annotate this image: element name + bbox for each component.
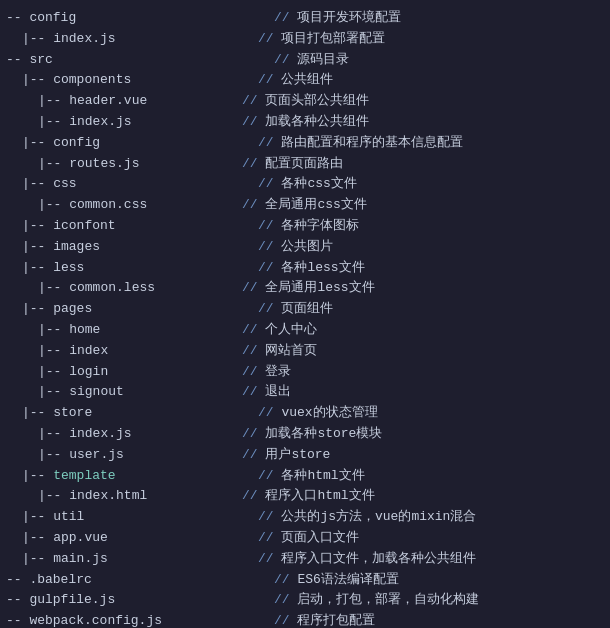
comment-text: // 用户store: [234, 445, 330, 466]
comment-text: // 程序打包配置: [266, 611, 375, 628]
list-item: |-- less// 各种less文件: [6, 258, 604, 279]
list-item: |-- iconfont// 各种字体图标: [6, 216, 604, 237]
tree-entry: |-- css: [6, 174, 250, 195]
list-item: |-- home// 个人中心: [6, 320, 604, 341]
tree-entry: |-- config: [6, 133, 250, 154]
tree-entry: |-- index: [6, 341, 234, 362]
list-item: |-- index.js// 加载各种公共组件: [6, 112, 604, 133]
tree-entry: |-- pages: [6, 299, 250, 320]
tree-entry: |-- user.js: [6, 445, 234, 466]
tree-entry: -- .babelrc: [6, 570, 266, 591]
comment-text: // 页面头部公共组件: [234, 91, 369, 112]
comment-text: // 各种less文件: [250, 258, 365, 279]
comment-text: // 公共组件: [250, 70, 333, 91]
list-item: |-- routes.js// 配置页面路由: [6, 154, 604, 175]
list-item: |-- config// 路由配置和程序的基本信息配置: [6, 133, 604, 154]
comment-text: // 公共图片: [250, 237, 333, 258]
tree-entry: |-- common.css: [6, 195, 234, 216]
comment-text: // 配置页面路由: [234, 154, 343, 175]
list-item: |-- login// 登录: [6, 362, 604, 383]
comment-text: // 项目开发环境配置: [266, 8, 401, 29]
tree-entry: |-- iconfont: [6, 216, 250, 237]
tree-entry: |-- main.js: [6, 549, 250, 570]
tree-entry: |-- less: [6, 258, 250, 279]
list-item: |-- util// 公共的js方法，vue的mixin混合: [6, 507, 604, 528]
comment-text: // 加载各种store模块: [234, 424, 382, 445]
comment-text: // 页面入口文件: [250, 528, 359, 549]
tree-entry: |-- app.vue: [6, 528, 250, 549]
tree-entry: -- src: [6, 50, 266, 71]
comment-text: // 程序入口文件，加载各种公共组件: [250, 549, 476, 570]
tree-entry: -- webpack.config.js: [6, 611, 266, 628]
list-item: -- config// 项目开发环境配置: [6, 8, 604, 29]
list-item: |-- signout// 退出: [6, 382, 604, 403]
comment-text: // 各种css文件: [250, 174, 357, 195]
tree-entry: |-- images: [6, 237, 250, 258]
tree-entry: |-- home: [6, 320, 234, 341]
tree-entry: |-- template: [6, 466, 250, 487]
file-tree: -- config// 项目开发环境配置|-- index.js// 项目打包部…: [6, 8, 604, 628]
comment-text: // 项目打包部署配置: [250, 29, 385, 50]
comment-text: // 各种字体图标: [250, 216, 359, 237]
list-item: |-- common.less// 全局通用less文件: [6, 278, 604, 299]
tree-entry: |-- index.js: [6, 29, 250, 50]
tree-entry: |-- components: [6, 70, 250, 91]
list-item: |-- common.css// 全局通用css文件: [6, 195, 604, 216]
comment-text: // 公共的js方法，vue的mixin混合: [250, 507, 476, 528]
list-item: |-- template// 各种html文件: [6, 466, 604, 487]
comment-text: // 启动，打包，部署，自动化构建: [266, 590, 479, 611]
list-item: |-- index// 网站首页: [6, 341, 604, 362]
tree-entry: |-- common.less: [6, 278, 234, 299]
comment-text: // 页面组件: [250, 299, 333, 320]
list-item: |-- user.js// 用户store: [6, 445, 604, 466]
list-item: |-- store// vuex的状态管理: [6, 403, 604, 424]
list-item: |-- header.vue// 页面头部公共组件: [6, 91, 604, 112]
tree-entry: |-- header.vue: [6, 91, 234, 112]
comment-text: // 网站首页: [234, 341, 317, 362]
tree-entry: |-- util: [6, 507, 250, 528]
comment-text: // 全局通用css文件: [234, 195, 367, 216]
tree-entry: -- gulpfile.js: [6, 590, 266, 611]
list-item: |-- index.js// 项目打包部署配置: [6, 29, 604, 50]
comment-text: // 个人中心: [234, 320, 317, 341]
list-item: |-- components// 公共组件: [6, 70, 604, 91]
list-item: -- gulpfile.js// 启动，打包，部署，自动化构建: [6, 590, 604, 611]
tree-entry: |-- signout: [6, 382, 234, 403]
list-item: -- webpack.config.js// 程序打包配置: [6, 611, 604, 628]
comment-text: // 退出: [234, 382, 291, 403]
comment-text: // 登录: [234, 362, 291, 383]
tree-entry: |-- index.js: [6, 424, 234, 445]
tree-entry: |-- login: [6, 362, 234, 383]
list-item: |-- pages// 页面组件: [6, 299, 604, 320]
comment-text: // 各种html文件: [250, 466, 365, 487]
tree-entry: |-- index.js: [6, 112, 234, 133]
comment-text: // 加载各种公共组件: [234, 112, 369, 133]
comment-text: // 程序入口html文件: [234, 486, 375, 507]
list-item: |-- app.vue// 页面入口文件: [6, 528, 604, 549]
comment-text: // 全局通用less文件: [234, 278, 375, 299]
tree-entry: |-- index.html: [6, 486, 234, 507]
comment-text: // 源码目录: [266, 50, 349, 71]
tree-entry: -- config: [6, 8, 266, 29]
comment-text: // vuex的状态管理: [250, 403, 378, 424]
list-item: |-- images// 公共图片: [6, 237, 604, 258]
list-item: -- src// 源码目录: [6, 50, 604, 71]
list-item: |-- index.html// 程序入口html文件: [6, 486, 604, 507]
tree-entry: |-- routes.js: [6, 154, 234, 175]
list-item: -- .babelrc// ES6语法编译配置: [6, 570, 604, 591]
comment-text: // ES6语法编译配置: [266, 570, 399, 591]
comment-text: // 路由配置和程序的基本信息配置: [250, 133, 463, 154]
list-item: |-- css// 各种css文件: [6, 174, 604, 195]
tree-entry: |-- store: [6, 403, 250, 424]
list-item: |-- main.js// 程序入口文件，加载各种公共组件: [6, 549, 604, 570]
list-item: |-- index.js// 加载各种store模块: [6, 424, 604, 445]
